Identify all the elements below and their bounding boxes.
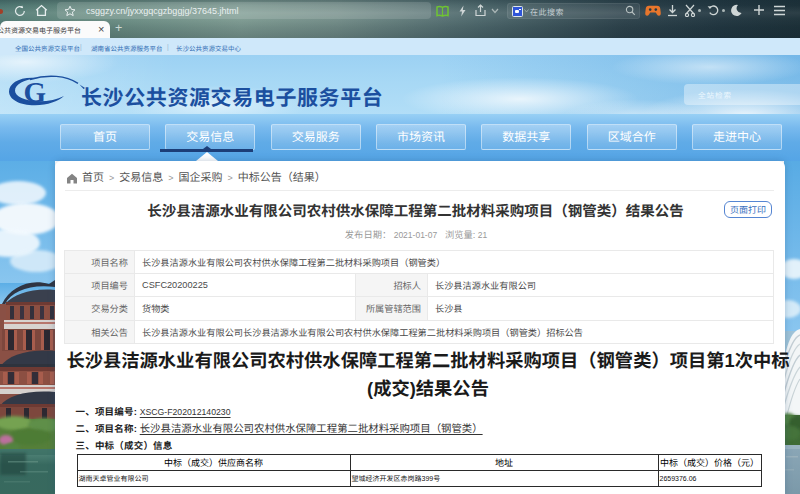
svg-text:G: G [24,76,47,108]
